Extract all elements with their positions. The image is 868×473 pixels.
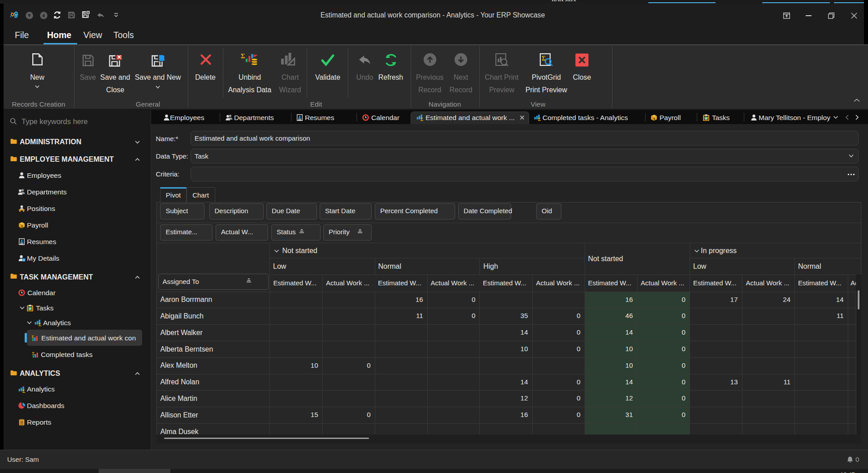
svg-text:i: i	[23, 258, 24, 262]
svg-text:$: $	[654, 117, 655, 121]
svg-text:$: $	[22, 224, 23, 228]
svg-text:Σ: Σ	[538, 117, 541, 121]
svg-text:Σ: Σ	[421, 117, 424, 121]
svg-text:Σ: Σ	[241, 52, 245, 60]
svg-text:Σ: Σ	[32, 335, 35, 339]
svg-text:Σ: Σ	[22, 389, 26, 393]
svg-text:Σ: Σ	[32, 351, 35, 356]
svg-text:Σ: Σ	[39, 322, 42, 326]
